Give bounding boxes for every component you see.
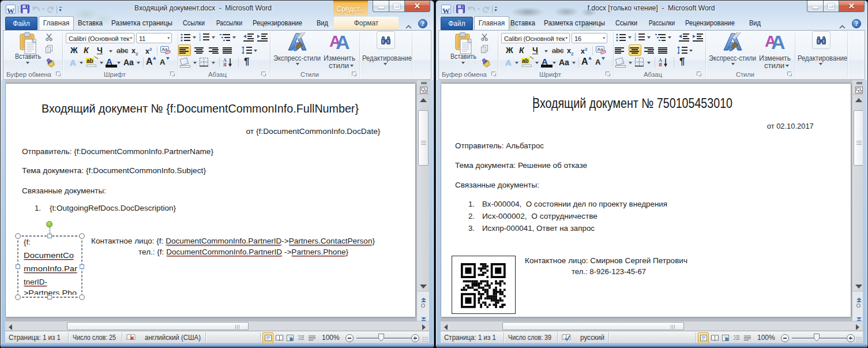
svg-text:3: 3: [199, 38, 201, 42]
svg-text:Я: Я: [659, 62, 662, 67]
svg-text:3: 3: [634, 38, 636, 42]
svg-text:Я: Я: [223, 62, 227, 67]
